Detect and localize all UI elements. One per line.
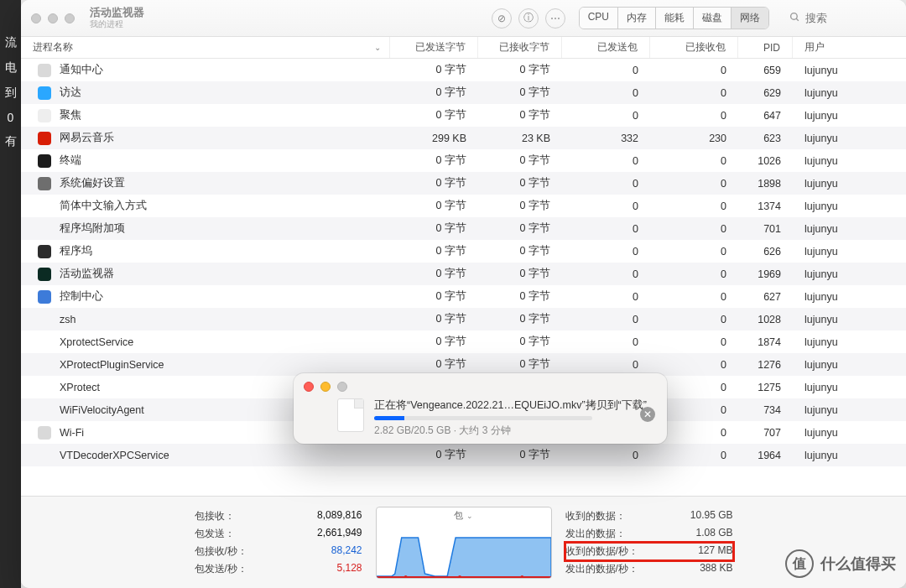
- cell-recv-bytes: 0 字节: [478, 154, 562, 168]
- cell-recv-pkts: 0: [650, 246, 738, 258]
- col-header-sent-bytes[interactable]: 已发送字节: [390, 37, 478, 58]
- process-name: 聚焦: [60, 108, 81, 122]
- col-header-recv-pkts[interactable]: 已接收包: [650, 37, 738, 58]
- tab-能耗[interactable]: 能耗: [656, 8, 694, 29]
- cell-recv-bytes: 0 字节: [478, 267, 562, 281]
- table-row[interactable]: 系统偏好设置0 字节0 字节001898lujunyu: [21, 172, 906, 195]
- cell-sent-pkts: 0: [562, 291, 650, 303]
- process-icon: [38, 426, 51, 440]
- cell-user: lujunyu: [793, 314, 906, 325]
- table-row[interactable]: zsh0 字节0 字节001028lujunyu: [21, 308, 906, 330]
- table-row[interactable]: 活动监视器0 字节0 字节001969lujunyu: [21, 263, 906, 285]
- table-row[interactable]: 通知中心0 字节0 字节00659lujunyu: [21, 59, 906, 81]
- process-icon: [38, 132, 51, 145]
- minimize-window-button[interactable]: [48, 13, 58, 23]
- cell-user: lujunyu: [793, 110, 906, 122]
- close-window-button[interactable]: [31, 13, 41, 23]
- more-options-button[interactable]: ⋯: [545, 8, 565, 29]
- process-name: 控制中心: [60, 289, 103, 304]
- tab-网络[interactable]: 网络: [732, 8, 768, 29]
- sparkline-icon: [377, 528, 551, 578]
- col-header-name[interactable]: 进程名称 ⌄: [21, 37, 390, 58]
- cell-sent-bytes: 0 字节: [390, 221, 478, 236]
- watermark: 值 什么值得买: [785, 549, 896, 578]
- tab-CPU[interactable]: CPU: [580, 8, 618, 29]
- col-header-user[interactable]: 用户: [793, 37, 906, 58]
- table-row[interactable]: 终端0 字节0 字节001026lujunyu: [21, 149, 906, 172]
- table-row[interactable]: 访达0 字节0 字节00629lujunyu: [21, 81, 906, 104]
- process-name: 网易云音乐: [60, 131, 114, 145]
- cell-recv-pkts: 0: [650, 155, 738, 167]
- search-field[interactable]: [783, 9, 896, 28]
- cell-user: lujunyu: [793, 427, 906, 439]
- table-row[interactable]: 程序坞0 字节0 字节00626lujunyu: [21, 240, 906, 263]
- table-row[interactable]: 网易云音乐299 KB23 KB332230623lujunyu: [21, 127, 906, 149]
- cell-user: lujunyu: [793, 200, 906, 212]
- cell-sent-bytes: 0 字节: [390, 357, 478, 372]
- cell-pid: 1969: [738, 268, 793, 280]
- cell-user: lujunyu: [793, 404, 906, 416]
- cell-sent-pkts: 0: [562, 268, 650, 280]
- process-name: XProtectPluginService: [60, 359, 164, 371]
- col-header-sent-pkts[interactable]: 已发送包: [562, 37, 650, 58]
- cell-recv-bytes: 0 字节: [478, 86, 562, 100]
- col-header-pid[interactable]: PID: [738, 37, 793, 58]
- chevron-down-icon: ⌄: [466, 512, 473, 520]
- table-row[interactable]: 简体中文输入方式0 字节0 字节001374lujunyu: [21, 195, 906, 217]
- process-name: 程序坞: [60, 244, 92, 258]
- cell-sent-bytes: 0 字节: [390, 63, 478, 77]
- process-name: XProtect: [60, 382, 100, 393]
- cell-recv-pkts: 0: [650, 314, 738, 325]
- process-icon: [38, 154, 51, 168]
- info-button[interactable]: ⓘ: [518, 8, 539, 29]
- data-stats: 收到的数据：10.95 GB 发出的数据：1.08 GB 收到的数据/秒：127…: [557, 502, 742, 583]
- popup-window-controls: [304, 382, 347, 392]
- tab-磁盘[interactable]: 磁盘: [694, 8, 732, 29]
- cell-pid: 659: [738, 65, 793, 76]
- cell-recv-bytes: 0 字节: [478, 244, 562, 258]
- stop-process-button[interactable]: ⊘: [492, 8, 512, 29]
- cell-pid: 626: [738, 246, 793, 258]
- table-row[interactable]: 聚焦0 字节0 字节00647lujunyu: [21, 104, 906, 127]
- cell-pid: 647: [738, 110, 793, 122]
- cell-user: lujunyu: [793, 359, 906, 371]
- cell-user: lujunyu: [793, 65, 906, 76]
- process-icon: [38, 86, 51, 100]
- popup-minimize-button[interactable]: [320, 382, 331, 392]
- search-input[interactable]: [805, 12, 889, 24]
- process-icon: [38, 222, 51, 236]
- cell-recv-pkts: 230: [650, 133, 738, 144]
- svg-line-1: [796, 18, 799, 21]
- cell-sent-bytes: 0 字节: [390, 244, 478, 258]
- cell-pid: 1276: [738, 359, 793, 371]
- process-icon: [38, 381, 51, 394]
- popup-zoom-button[interactable]: [337, 382, 347, 392]
- table-row[interactable]: 控制中心0 字节0 字节00627lujunyu: [21, 285, 906, 308]
- network-graph[interactable]: 包⌄: [376, 507, 552, 579]
- col-header-recv-bytes[interactable]: 已接收字节: [478, 37, 562, 58]
- table-row[interactable]: XProtectPluginService0 字节0 字节001276lujun…: [21, 353, 906, 376]
- process-name: 终端: [60, 154, 81, 168]
- cell-recv-pkts: 0: [650, 223, 738, 235]
- cell-sent-bytes: 0 字节: [390, 199, 478, 213]
- cell-pid: 1026: [738, 155, 793, 167]
- cell-recv-bytes: 0 字节: [478, 199, 562, 213]
- process-name: 程序坞附加项: [60, 221, 125, 236]
- process-name: zsh: [60, 314, 76, 325]
- process-name: 通知中心: [60, 63, 103, 77]
- table-row[interactable]: VTDecoderXPCService0 字节0 字节001964lujunyu: [21, 444, 906, 466]
- cell-recv-pkts: 0: [650, 450, 738, 461]
- table-row[interactable]: XprotectService0 字节0 字节001874lujunyu: [21, 330, 906, 353]
- popup-close-button[interactable]: [304, 382, 314, 392]
- cell-pid: 623: [738, 133, 793, 144]
- cell-recv-bytes: 0 字节: [478, 448, 562, 462]
- window-title-block: 活动监视器 我的进程: [90, 7, 144, 29]
- zoom-window-button[interactable]: [65, 13, 75, 23]
- cell-sent-pkts: 332: [562, 133, 650, 144]
- cell-sent-bytes: 0 字节: [390, 335, 478, 349]
- tab-内存[interactable]: 内存: [618, 8, 656, 29]
- cancel-copy-button[interactable]: ✕: [640, 407, 655, 422]
- table-row[interactable]: 程序坞附加项0 字节0 字节00701lujunyu: [21, 217, 906, 240]
- cell-recv-pkts: 0: [650, 291, 738, 303]
- process-icon: [38, 177, 51, 190]
